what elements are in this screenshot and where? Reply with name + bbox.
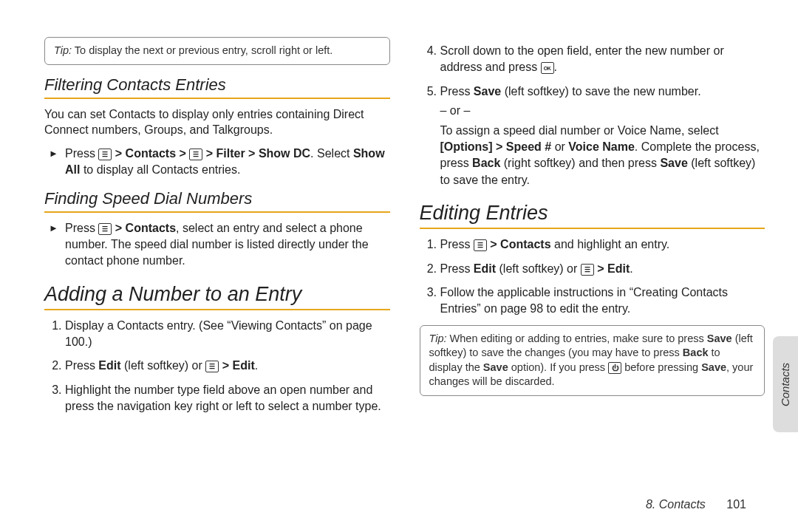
menu-key-icon xyxy=(189,149,202,160)
add-step-4: Scroll down to the open field, enter the… xyxy=(440,43,765,76)
menu-key-icon xyxy=(98,149,112,160)
rule xyxy=(44,211,390,213)
end-key-icon xyxy=(608,362,621,374)
tip-text: To display the next or previous entry, s… xyxy=(72,44,332,56)
footer-page-number: 101 xyxy=(726,498,746,511)
add-steps: Display a Contacts entry. (See “Viewing … xyxy=(44,318,390,415)
heading-adding-number: Adding a Number to an Entry xyxy=(44,283,390,306)
add-step-3: Highlight the number type field above an… xyxy=(65,382,390,415)
rule xyxy=(420,228,765,229)
side-tab-contacts: Contacts xyxy=(773,336,798,432)
edit-step-3: Follow the applicable instructions in “C… xyxy=(440,284,765,318)
filter-body: You can set Contacts to display only ent… xyxy=(44,106,390,138)
menu-key-icon xyxy=(98,223,112,235)
speed-steps: Press > Contacts, select an entry and se… xyxy=(44,220,390,270)
tip-box-save: Tip: When editing or adding to entries, … xyxy=(420,325,765,396)
ok-key-icon xyxy=(541,62,554,74)
menu-key-icon xyxy=(581,264,594,276)
edit-step-1: Press > Contacts and highlight an entry. xyxy=(440,236,765,253)
rule xyxy=(44,98,390,99)
right-column: Scroll down to the open field, enter the… xyxy=(420,37,765,510)
side-tab-label: Contacts xyxy=(780,362,792,406)
menu-key-icon xyxy=(474,239,487,251)
add-steps-cont: Scroll down to the open field, enter the… xyxy=(420,43,765,188)
edit-step-2: Press Edit (left softkey) or > Edit. xyxy=(440,261,765,277)
tip-label: Tip: xyxy=(54,44,72,56)
page-footer: 8. Contacts 101 xyxy=(646,498,746,511)
speed-step-1: Press > Contacts, select an entry and se… xyxy=(65,220,390,270)
footer-section: 8. Contacts xyxy=(646,498,706,511)
menu-key-icon xyxy=(205,361,219,372)
add-step-5: Press Save (left softkey) to save the ne… xyxy=(440,83,765,188)
or-divider: – or – xyxy=(440,103,765,119)
edit-steps: Press > Contacts and highlight an entry.… xyxy=(420,236,765,318)
add-step-1: Display a Contacts entry. (See “Viewing … xyxy=(65,318,390,351)
tip-box-scroll: Tip: To display the next or previous ent… xyxy=(44,37,390,65)
add-step-2: Press Edit (left softkey) or > Edit. xyxy=(65,358,390,374)
filter-step-1: Press > Contacts > > Filter > Show DC. S… xyxy=(65,146,390,179)
heading-speed-dial: Finding Speed Dial Numbers xyxy=(44,189,390,208)
heading-filtering: Filtering Contacts Entries xyxy=(44,75,390,95)
filter-steps: Press > Contacts > > Filter > Show DC. S… xyxy=(44,146,390,179)
rule xyxy=(44,309,390,310)
left-column: Tip: To display the next or previous ent… xyxy=(44,37,390,510)
heading-editing: Editing Entries xyxy=(420,202,765,225)
tip-label: Tip: xyxy=(429,332,447,344)
